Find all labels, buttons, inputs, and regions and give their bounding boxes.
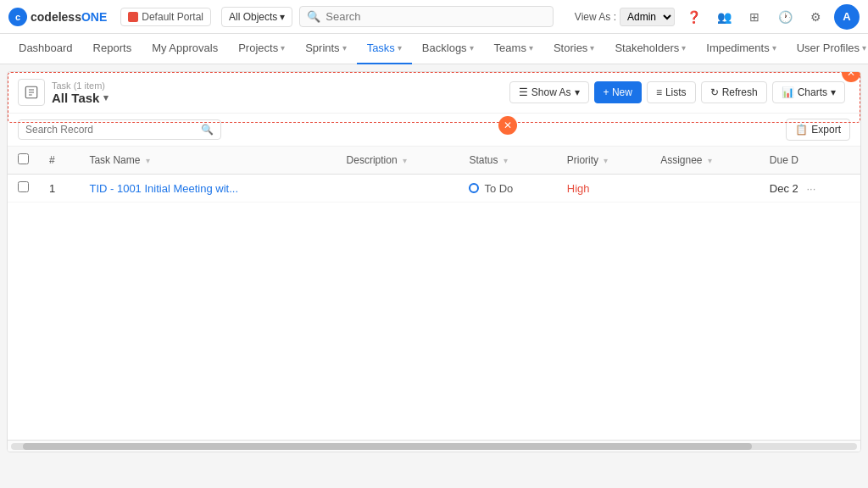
view-as-select[interactable]: Admin xyxy=(620,8,675,26)
all-objects-button[interactable]: All Objects ▾ xyxy=(221,7,292,27)
task-header-titles: Task (1 item) All Task ▾ xyxy=(52,80,108,105)
charts-icon: 📊 xyxy=(782,86,794,98)
th-status[interactable]: Status ▾ xyxy=(459,147,556,175)
sort-icon: ▾ xyxy=(708,156,712,165)
row-checkbox[interactable] xyxy=(18,181,29,192)
portal-icon xyxy=(128,12,138,22)
close-float-button-1[interactable]: ✕ xyxy=(842,71,860,82)
global-search-box[interactable]: 🔍 xyxy=(299,6,554,27)
th-assignee[interactable]: Assignee ▾ xyxy=(650,147,760,175)
row-due-date-cell: Dec 2 ··· xyxy=(760,175,860,202)
status-circle-icon xyxy=(469,183,479,193)
chevron-down-icon: ▾ xyxy=(342,43,347,53)
task-subtitle: Task (1 item) xyxy=(52,80,108,91)
top-navigation: c codelessONE Default Portal All Objects… xyxy=(0,0,868,34)
users-button[interactable]: 👥 xyxy=(712,5,736,29)
nav-item-backlogs[interactable]: Backlogs ▾ xyxy=(412,34,484,64)
nav-item-teams[interactable]: Teams ▾ xyxy=(484,34,543,64)
nav-item-sprints[interactable]: Sprints ▾ xyxy=(295,34,356,64)
search-icon: 🔍 xyxy=(201,124,214,136)
select-all-checkbox[interactable] xyxy=(18,153,29,164)
header-actions: ☰ Show As ▾ + New ≡ Lists ↻ Refresh 📊 xyxy=(509,81,850,103)
nav-item-stories[interactable]: Stories ▾ xyxy=(543,34,604,64)
chevron-down-icon: ▾ xyxy=(281,43,285,53)
th-checkbox xyxy=(8,147,39,175)
chevron-down-icon: ▾ xyxy=(831,86,836,98)
row-priority-cell: High xyxy=(557,175,650,202)
settings-button[interactable]: ⚙ xyxy=(804,5,827,29)
app-logo[interactable]: c codelessONE xyxy=(8,8,107,26)
scroll-track xyxy=(11,443,857,450)
th-description[interactable]: Description ▾ xyxy=(337,147,459,175)
task-header-icon xyxy=(18,79,45,106)
horizontal-scrollbar[interactable] xyxy=(8,440,860,452)
search-record-input[interactable] xyxy=(25,124,196,136)
portal-label: Default Portal xyxy=(142,11,203,23)
row-task-name-cell: TID - 1001 Initial Meeting wit... xyxy=(79,175,336,202)
help-button[interactable]: ❓ xyxy=(682,5,705,29)
grid-button[interactable]: ⊞ xyxy=(743,5,766,29)
list-icon: ≡ xyxy=(656,86,662,98)
show-as-button[interactable]: ☰ Show As ▾ xyxy=(509,81,589,103)
status-value: To Do xyxy=(469,182,546,195)
refresh-button[interactable]: ↻ Refresh xyxy=(701,81,767,103)
nav-item-user-profiles[interactable]: User Profiles ▾ xyxy=(787,34,868,64)
search-icon: 🔍 xyxy=(307,10,320,23)
th-priority[interactable]: Priority ▾ xyxy=(557,147,650,175)
export-button[interactable]: 📋 Export xyxy=(786,119,850,141)
scroll-thumb[interactable] xyxy=(23,443,752,450)
task-title-text: All Task xyxy=(52,91,99,105)
export-icon: 📋 xyxy=(795,124,808,136)
empty-content-area xyxy=(8,202,860,440)
search-bar: 🔍 ✕ 📋 Export xyxy=(8,114,860,147)
sort-icon: ▾ xyxy=(403,156,407,165)
chevron-down-icon: ▾ xyxy=(772,43,776,53)
priority-value: High xyxy=(567,182,590,195)
chevron-down-icon: ▾ xyxy=(575,86,580,98)
chevron-down-icon: ▾ xyxy=(398,43,402,53)
sort-icon: ▾ xyxy=(604,156,608,165)
main-content-panel: Task (1 item) All Task ▾ ☰ Show As ▾ + N… xyxy=(7,71,861,452)
chevron-down-icon: ▾ xyxy=(470,43,474,53)
table-header-row: # Task Name ▾ Description ▾ Status ▾ xyxy=(8,147,860,175)
charts-button[interactable]: 📊 Charts ▾ xyxy=(772,81,845,103)
search-record-wrap[interactable]: 🔍 xyxy=(18,119,221,140)
row-description-cell xyxy=(337,175,459,202)
th-due-date[interactable]: Due D xyxy=(760,147,860,175)
lists-button[interactable]: ≡ Lists xyxy=(647,81,696,103)
show-as-icon: ☰ xyxy=(519,86,528,98)
history-button[interactable]: 🕐 xyxy=(773,5,797,29)
chevron-down-icon: ▾ xyxy=(862,43,866,53)
nav-item-projects[interactable]: Projects ▾ xyxy=(228,34,295,64)
chevron-down-icon: ▾ xyxy=(590,43,594,53)
global-search-input[interactable] xyxy=(326,10,546,23)
chevron-down-icon: ▾ xyxy=(103,92,108,103)
view-as-label: View As : Admin xyxy=(575,8,675,26)
logo-icon: c xyxy=(8,8,27,26)
nav-item-dashboard[interactable]: Dashboard xyxy=(8,34,83,64)
close-float-button-2[interactable]: ✕ xyxy=(498,116,517,135)
row-assignee-cell xyxy=(650,175,760,202)
th-task-name[interactable]: Task Name ▾ xyxy=(79,147,336,175)
chevron-down-icon: ▾ xyxy=(682,43,686,53)
task-header: Task (1 item) All Task ▾ ☰ Show As ▾ + N… xyxy=(8,72,860,114)
new-button[interactable]: + New xyxy=(594,81,642,103)
chevron-down-icon: ▾ xyxy=(280,11,285,23)
sort-icon: ▾ xyxy=(146,156,150,165)
nav-item-stakeholders[interactable]: Stakeholders ▾ xyxy=(604,34,696,64)
row-num-cell: 1 xyxy=(39,175,79,202)
task-table-wrap: # Task Name ▾ Description ▾ Status ▾ xyxy=(8,147,860,202)
nav-item-reports[interactable]: Reports xyxy=(83,34,142,64)
row-actions-button[interactable]: ··· xyxy=(806,182,815,195)
nav-item-tasks[interactable]: Tasks ▾ xyxy=(357,34,412,64)
row-checkbox-cell xyxy=(8,175,39,202)
task-title-row: All Task ▾ xyxy=(52,91,108,105)
secondary-navigation: Dashboard Reports My Approvals Projects … xyxy=(0,34,868,64)
user-avatar[interactable]: A xyxy=(834,4,860,30)
chevron-down-icon: ▾ xyxy=(529,43,533,53)
task-table: # Task Name ▾ Description ▾ Status ▾ xyxy=(8,147,860,202)
nav-item-approvals[interactable]: My Approvals xyxy=(142,34,228,64)
nav-item-impediments[interactable]: Impediments ▾ xyxy=(696,34,786,64)
task-name-link[interactable]: TID - 1001 Initial Meeting wit... xyxy=(89,182,238,195)
portal-badge[interactable]: Default Portal xyxy=(120,8,211,26)
